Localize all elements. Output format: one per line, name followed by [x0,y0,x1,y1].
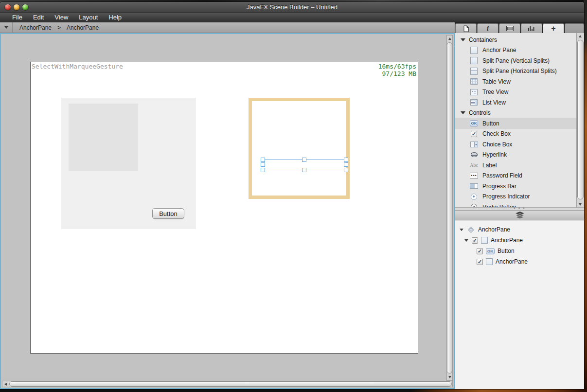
top-row: AnchorPane > AnchorPane i + [0,22,584,33]
scene-title-label: SelectWithMarqueeGesture [32,63,123,70]
scroll-up-arrow-icon[interactable] [579,35,582,37]
scroll-down-arrow-icon[interactable] [448,376,451,378]
pane-icon [481,237,488,244]
scroll-left-arrow-icon[interactable] [4,383,7,386]
library-item-check-box[interactable]: ✓ Check Box [455,129,584,140]
list-view-icon [470,98,478,107]
library-scrollbar[interactable] [576,33,584,207]
selection-handle-bottom-right[interactable] [344,168,348,172]
hierarchy-row-anchorpane[interactable]: ✓ AnchorPane [455,235,584,246]
split-pane-vertical-icon [470,56,478,65]
right-panel: Containers Anchor Pane Split Pane (Verti… [455,33,584,389]
menu-edit[interactable]: Edit [28,14,49,21]
tab-info[interactable]: i [477,23,498,33]
breadcrumb-separator: > [57,24,61,31]
selection-handle-top-right[interactable] [344,158,348,162]
application-window: JavaFX Scene Builder – Untitled File Edi… [0,2,584,389]
tree-view-icon [470,88,478,96]
library-item-label: Tree View [482,89,508,95]
library-item-tree-view[interactable]: Tree View [455,87,584,98]
nested-pane-rect[interactable] [69,104,138,171]
memory-label: 97/123 MB [378,70,416,77]
desktop-background-bottom [0,389,587,392]
disclosure-triangle-icon[interactable] [464,239,468,242]
library-item-anchor-pane[interactable]: Anchor Pane [455,45,584,56]
menu-layout[interactable]: Layout [73,14,103,21]
library-item-button[interactable]: OK Button [455,118,584,129]
selection-handle-top-left[interactable] [261,158,265,162]
selection-handle-top-middle[interactable] [302,158,306,162]
anchor-pane-icon [470,46,478,54]
marquee-selection[interactable] [263,160,346,170]
canvas-vertical-scrollbar[interactable] [446,35,453,381]
chevron-down-icon [4,26,8,29]
horizontal-scroll-thumb[interactable] [9,381,452,387]
library-item-label: Choice Box [482,141,512,148]
breadcrumb-item-anchorpane-1[interactable]: AnchorPane [19,24,52,31]
tab-bar-filler [565,23,584,33]
anchor-pane-left[interactable]: Button [61,98,196,229]
breadcrumb-item-anchorpane-2[interactable]: AnchorPane [67,24,99,31]
library-item-progress-bar[interactable]: Progress Bar [455,181,584,192]
document-icon [463,25,469,32]
selection-handle-middle-right[interactable] [344,162,348,167]
design-canvas[interactable]: SelectWithMarqueeGesture 16ms/63fps 97/1… [0,33,455,389]
scene-button[interactable]: Button [152,208,184,219]
menu-view[interactable]: View [49,14,73,21]
selection-handle-bottom-middle[interactable] [302,168,306,172]
library-scroll-thumb[interactable] [577,40,584,199]
library-item-list-view[interactable]: List View [455,97,584,108]
progress-bar-icon [470,182,478,190]
scroll-up-arrow-icon[interactable] [448,37,451,40]
progress-indicator-icon [470,193,478,201]
library-item-hyperlink[interactable]: Hyperlink [455,150,584,160]
breadcrumb: AnchorPane > AnchorPane [0,22,455,33]
library-item-label: Progress Indicator [482,193,530,200]
library-item-label: Button [482,120,499,127]
tab-stats[interactable] [521,23,542,33]
anchor-pane-highlighted[interactable] [249,98,350,199]
canvas-horizontal-scrollbar[interactable] [2,381,453,387]
scene-page[interactable]: SelectWithMarqueeGesture 16ms/63fps 97/1… [30,62,418,354]
stats-icon [528,26,535,31]
menu-file[interactable]: File [7,14,28,21]
section-collapse-icon [461,38,465,41]
library-item-split-pane-vertical[interactable]: Split Pane (Vertical Splits) [455,55,584,66]
library-section-controls[interactable]: Controls [455,108,576,119]
pane-icon [486,258,493,265]
tab-add[interactable]: + [543,23,564,33]
scroll-down-arrow-icon[interactable] [579,203,582,206]
visibility-checkbox[interactable]: ✓ [472,237,478,244]
visibility-checkbox[interactable]: ✓ [477,259,483,265]
fps-label: 16ms/63fps [378,63,416,70]
library-item-label: List View [482,99,506,106]
hierarchy-row-anchorpane-child[interactable]: ✓ AnchorPane [455,256,584,267]
menu-help[interactable]: Help [103,14,127,21]
breadcrumb-dropdown-button[interactable] [0,22,13,33]
library-tab-bar: i + [455,22,584,33]
library-item-choice-box[interactable]: Choice Box [455,139,584,150]
library-item-password-field[interactable]: ••• Password Field [455,171,584,181]
library-section-containers[interactable]: Containers [455,35,576,45]
library-item-label: Progress Bar [482,183,516,190]
hierarchy-row-button[interactable]: ✓ OK Button [455,246,584,256]
library-item-label[interactable]: Abc Label [455,160,584,171]
library-item-split-pane-horizontal[interactable]: Split Pane (Horizontal Splits) [455,66,584,77]
library-item-table-view[interactable]: Table View [455,76,584,87]
selection-handle-middle-left[interactable] [261,162,265,167]
disclosure-triangle-icon[interactable] [460,229,463,231]
tab-library[interactable] [455,23,477,33]
check-box-icon: ✓ [470,130,478,138]
hierarchy-row-label: AnchorPane [496,258,528,265]
tab-preview[interactable] [499,23,520,33]
hierarchy-row-root-anchorpane[interactable]: AnchorPane [455,224,584,235]
hierarchy-panel: AnchorPane ✓ AnchorPane ✓ OK Button ✓ An… [455,221,584,389]
visibility-checkbox[interactable]: ✓ [477,248,483,254]
radio-button-icon [470,203,478,207]
hierarchy-header[interactable] [455,210,584,220]
library-item-progress-indicator[interactable]: Progress Indicator [455,192,584,202]
vertical-scroll-thumb[interactable] [447,42,452,374]
selection-handle-bottom-left[interactable] [261,168,265,172]
title-bar[interactable]: JavaFX Scene Builder – Untitled [0,2,584,13]
layers-icon [516,212,524,219]
